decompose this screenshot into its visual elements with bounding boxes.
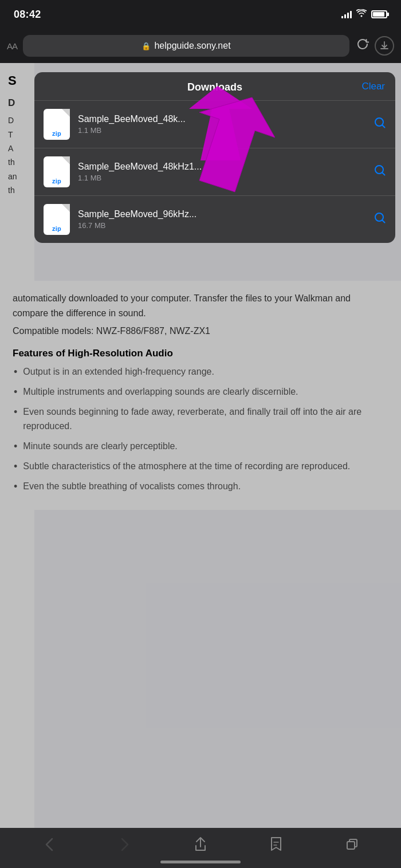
file-size-2: 1.1 MB	[78, 174, 365, 182]
file-size-1: 1.1 MB	[78, 126, 365, 135]
status-time: 08:42	[14, 9, 41, 21]
download-item-1[interactable]: zip Sample_BeeMoved_48k... 1.1 MB	[34, 100, 395, 148]
magnify-icon-2[interactable]	[374, 164, 386, 180]
file-info-2: Sample_BeeMoved_48kHz1... 1.1 MB	[78, 162, 365, 182]
share-button[interactable]	[188, 832, 213, 857]
signal-icon	[341, 10, 352, 18]
reload-button[interactable]	[356, 38, 369, 54]
file-name-2: Sample_BeeMoved_48kHz1...	[78, 162, 365, 172]
status-bar: 08:42	[0, 0, 401, 29]
download-item-3[interactable]: zip Sample_BeeMoved_96kHz... 16.7 MB	[34, 195, 395, 243]
content-area: S D D T A th an th Downloads Clear zip S…	[0, 63, 401, 828]
download-button[interactable]	[375, 36, 394, 56]
home-indicator	[160, 861, 241, 863]
file-ext-2: zip	[52, 178, 61, 184]
file-info-3: Sample_BeeMoved_96kHz... 16.7 MB	[78, 209, 365, 230]
file-name-1: Sample_BeeMoved_48k...	[78, 114, 365, 124]
file-icon-3: zip	[44, 204, 70, 235]
svg-rect-5	[347, 842, 355, 849]
back-button[interactable]	[37, 832, 62, 857]
aa-button[interactable]: AA	[7, 41, 17, 51]
url-bar: AA 🔒 helpguide.sony.net	[0, 29, 401, 63]
file-ext-1: zip	[52, 130, 61, 137]
lock-icon: 🔒	[141, 42, 151, 50]
url-field[interactable]: 🔒 helpguide.sony.net	[23, 35, 349, 57]
modal-header: Downloads Clear	[34, 72, 395, 100]
magnify-icon-3[interactable]	[374, 211, 386, 227]
tabs-button[interactable]	[339, 832, 364, 857]
magnify-icon-1[interactable]	[374, 116, 386, 132]
file-size-3: 16.7 MB	[78, 221, 365, 230]
file-ext-3: zip	[52, 225, 61, 232]
file-icon-1: zip	[44, 109, 70, 140]
status-icons	[341, 9, 387, 19]
modal-title: Downloads	[187, 81, 242, 93]
file-info-1: Sample_BeeMoved_48k... 1.1 MB	[78, 114, 365, 135]
forward-button[interactable]	[112, 832, 137, 857]
bookmarks-button[interactable]	[264, 832, 289, 857]
url-text: helpguide.sony.net	[154, 41, 230, 51]
wifi-icon	[356, 9, 367, 19]
file-name-3: Sample_BeeMoved_96kHz...	[78, 209, 365, 219]
download-item-2[interactable]: zip Sample_BeeMoved_48kHz1... 1.1 MB	[34, 148, 395, 195]
battery-icon	[371, 10, 387, 18]
clear-button[interactable]: Clear	[361, 81, 385, 92]
file-icon-2: zip	[44, 156, 70, 187]
downloads-modal: Downloads Clear zip Sample_BeeMoved_48k.…	[34, 72, 395, 243]
